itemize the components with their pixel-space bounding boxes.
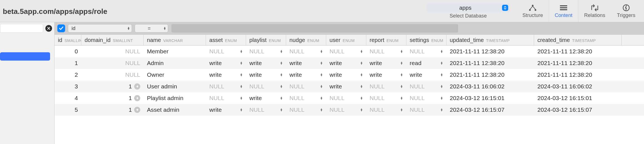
cell-playlist[interactable]: write▲▼ bbox=[246, 60, 286, 66]
cell-domain_id[interactable]: 1 bbox=[81, 95, 144, 101]
cell-name[interactable]: Asset admin bbox=[144, 106, 206, 113]
cell-playlist[interactable]: NULL▲▼ bbox=[246, 48, 286, 55]
cell-report[interactable]: write▲▼ bbox=[366, 60, 406, 66]
cell-id[interactable]: 1 bbox=[55, 60, 81, 66]
cell-domain_id[interactable]: NULL bbox=[81, 60, 144, 66]
cell-user[interactable]: NULL▲▼ bbox=[326, 106, 366, 113]
tab-relations[interactable]: Relations bbox=[578, 0, 611, 22]
cell-created_time[interactable]: 2021-11-11 12:38:20 bbox=[534, 48, 622, 55]
cell-nudge[interactable]: NULL▲▼ bbox=[286, 48, 326, 55]
cell-name[interactable]: Playlist admin bbox=[144, 95, 206, 101]
cell-domain_id[interactable]: 1 bbox=[81, 106, 144, 113]
cell-created_time[interactable]: 2024-03-12 16:15:01 bbox=[534, 95, 622, 101]
cell-settings[interactable]: write▲▼ bbox=[406, 71, 446, 78]
cell-created_time[interactable]: 2024-03-11 16:06:02 bbox=[534, 83, 622, 90]
cell-created_time[interactable]: 2021-11-11 12:38:20 bbox=[534, 71, 622, 78]
address-bar[interactable]: beta.5app.com/apps/apps/role bbox=[0, 0, 420, 22]
cell-name[interactable]: User admin bbox=[144, 83, 206, 90]
column-header-id[interactable]: idSMALLINT bbox=[55, 35, 81, 45]
cell-user[interactable]: write▲▼ bbox=[326, 83, 366, 90]
database-select[interactable]: apps bbox=[426, 3, 510, 13]
tab-triggers[interactable]: Triggers bbox=[611, 0, 641, 22]
cell-updated_time[interactable]: 2024-03-11 16:06:02 bbox=[446, 83, 534, 90]
cell-id[interactable]: 0 bbox=[55, 48, 81, 55]
column-header-name[interactable]: nameVARCHAR bbox=[144, 35, 206, 45]
cell-id[interactable]: 4 bbox=[55, 95, 81, 101]
column-header-report[interactable]: reportENUM bbox=[366, 35, 406, 45]
table-row[interactable]: 41Playlist adminNULL▲▼write▲▼NULL▲▼NULL▲… bbox=[55, 92, 644, 104]
filter-value-input[interactable] bbox=[171, 24, 458, 33]
cell-user[interactable]: NULL▲▼ bbox=[326, 48, 366, 55]
cell-domain_id[interactable]: NULL bbox=[81, 71, 144, 78]
foreign-key-icon[interactable] bbox=[134, 107, 140, 113]
cell-name[interactable]: Admin bbox=[144, 60, 206, 66]
cell-id[interactable]: 3 bbox=[55, 83, 81, 90]
cell-updated_time[interactable]: 2021-11-11 12:38:20 bbox=[446, 71, 534, 78]
filter-enabled-checkbox[interactable] bbox=[57, 24, 65, 32]
column-header-nudge[interactable]: nudgeENUM bbox=[286, 35, 326, 45]
filter-operator-select[interactable]: = ▲▼ bbox=[135, 24, 168, 33]
cell-created_time[interactable]: 2024-03-12 16:15:07 bbox=[534, 106, 622, 113]
column-header-user[interactable]: userENUM bbox=[326, 35, 366, 45]
cell-user[interactable]: write▲▼ bbox=[326, 71, 366, 78]
cell-updated_time[interactable]: 2021-11-11 12:38:20 bbox=[446, 60, 534, 66]
cell-playlist[interactable]: NULL▲▼ bbox=[246, 106, 286, 113]
column-header-created_time[interactable]: created_timeTIMESTAMP bbox=[534, 35, 622, 45]
sidebar-search-input[interactable] bbox=[0, 24, 43, 33]
column-header-domain_id[interactable]: domain_idSMALLINT bbox=[81, 35, 144, 45]
cell-nudge[interactable]: NULL▲▼ bbox=[286, 95, 326, 101]
column-header-updated_time[interactable]: updated_timeTIMESTAMP bbox=[446, 35, 534, 45]
cell-playlist[interactable]: write▲▼ bbox=[246, 95, 286, 101]
column-header-asset[interactable]: assetENUM bbox=[206, 35, 246, 45]
cell-asset[interactable]: NULL▲▼ bbox=[206, 95, 246, 101]
database-select-value: apps bbox=[459, 5, 471, 11]
cell-settings[interactable]: NULL▲▼ bbox=[406, 48, 446, 55]
cell-updated_time[interactable]: 2024-03-12 16:15:01 bbox=[446, 95, 534, 101]
cell-nudge[interactable]: NULL▲▼ bbox=[286, 83, 326, 90]
table-row[interactable]: 1NULLAdminwrite▲▼write▲▼write▲▼write▲▼wr… bbox=[55, 57, 644, 69]
cell-created_time[interactable]: 2021-11-11 12:38:20 bbox=[534, 60, 622, 66]
cell-asset[interactable]: NULL▲▼ bbox=[206, 48, 246, 55]
cell-asset[interactable]: write▲▼ bbox=[206, 106, 246, 113]
cell-updated_time[interactable]: 2021-11-11 12:38:20 bbox=[446, 48, 534, 55]
cell-report[interactable]: NULL▲▼ bbox=[366, 106, 406, 113]
cell-report[interactable]: write▲▼ bbox=[366, 71, 406, 78]
cell-domain_id[interactable]: NULL bbox=[81, 48, 144, 55]
tab-content[interactable]: Content bbox=[549, 0, 578, 22]
cell-settings[interactable]: read▲▼ bbox=[406, 60, 446, 66]
cell-asset[interactable]: NULL▲▼ bbox=[206, 83, 246, 90]
column-header-playlist[interactable]: playlistENUM bbox=[246, 35, 286, 45]
table-row[interactable]: 51Asset adminwrite▲▼NULL▲▼NULL▲▼NULL▲▼NU… bbox=[55, 104, 644, 116]
cell-report[interactable]: NULL▲▼ bbox=[366, 48, 406, 55]
cell-asset[interactable]: write▲▼ bbox=[206, 71, 246, 78]
cell-settings[interactable]: NULL▲▼ bbox=[406, 95, 446, 101]
cell-playlist[interactable]: NULL▲▼ bbox=[246, 83, 286, 90]
cell-playlist[interactable]: write▲▼ bbox=[246, 71, 286, 78]
cell-user[interactable]: write▲▼ bbox=[326, 60, 366, 66]
cell-name[interactable]: Owner bbox=[144, 71, 206, 78]
table-row[interactable]: 2NULLOwnerwrite▲▼write▲▼write▲▼write▲▼wr… bbox=[55, 69, 644, 81]
cell-id[interactable]: 5 bbox=[55, 106, 81, 113]
cell-report[interactable]: NULL▲▼ bbox=[366, 95, 406, 101]
foreign-key-icon[interactable] bbox=[134, 95, 140, 101]
foreign-key-icon[interactable] bbox=[134, 83, 140, 90]
cell-report[interactable]: NULL▲▼ bbox=[366, 83, 406, 90]
cell-settings[interactable]: NULL▲▼ bbox=[406, 106, 446, 113]
tab-structure[interactable]: Structure bbox=[517, 0, 549, 22]
clear-search-button[interactable] bbox=[45, 25, 52, 32]
cell-asset[interactable]: write▲▼ bbox=[206, 60, 246, 66]
cell-settings[interactable]: NULL▲▼ bbox=[406, 83, 446, 90]
cell-nudge[interactable]: write▲▼ bbox=[286, 71, 326, 78]
table-row[interactable]: 31User adminNULL▲▼NULL▲▼NULL▲▼write▲▼NUL… bbox=[55, 81, 644, 92]
cell-updated_time[interactable]: 2024-03-12 16:15:07 bbox=[446, 106, 534, 113]
filter-column-select[interactable]: id ▲▼ bbox=[68, 24, 132, 33]
cell-user[interactable]: NULL▲▼ bbox=[326, 95, 366, 101]
cell-nudge[interactable]: NULL▲▼ bbox=[286, 106, 326, 113]
cell-domain_id[interactable]: 1 bbox=[81, 83, 144, 90]
column-header-settings[interactable]: settingsENUM bbox=[406, 35, 446, 45]
sidebar-item-selected[interactable] bbox=[0, 52, 50, 61]
cell-id[interactable]: 2 bbox=[55, 71, 81, 78]
cell-nudge[interactable]: write▲▼ bbox=[286, 60, 326, 66]
cell-name[interactable]: Member bbox=[144, 48, 206, 55]
table-row[interactable]: 0NULLMemberNULL▲▼NULL▲▼NULL▲▼NULL▲▼NULL▲… bbox=[55, 46, 644, 57]
